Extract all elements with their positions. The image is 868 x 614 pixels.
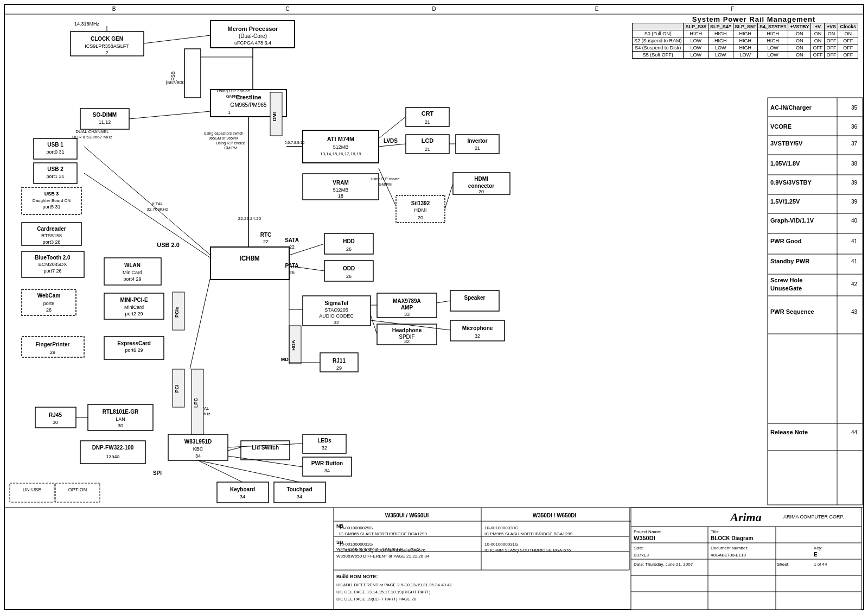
- svg-text:IC GM965 SLAST NORTHBRIDGE BGA: IC GM965 SLAST NORTHBRIDGE BGA1299: [339, 531, 427, 536]
- svg-text:10-0010000029G: 10-0010000029G: [339, 526, 373, 530]
- svg-text:14.318MHz: 14.318MHz: [74, 21, 100, 27]
- svg-text:965GM or 965PM: 965GM or 965PM: [208, 136, 238, 140]
- svg-line-203: [371, 315, 377, 334]
- svg-text:Microphone: Microphone: [462, 325, 493, 331]
- svg-text:1.05V/1.8V: 1.05V/1.8V: [770, 160, 800, 167]
- svg-text:E: E: [595, 6, 599, 12]
- svg-text:Using R.P choice: Using R.P choice: [371, 177, 400, 181]
- svg-text:DNP-FW322-100: DNP-FW322-100: [92, 445, 134, 451]
- diagram-svg: B C D E F USB 1 port0 31 USB 2 port1 31 …: [0, 0, 868, 614]
- svg-text:Release Note: Release Note: [770, 429, 808, 435]
- svg-text:VRAM: VRAM: [333, 180, 348, 186]
- svg-text:SPI: SPI: [153, 470, 162, 476]
- svg-rect-167: [55, 483, 100, 502]
- svg-text:W350DI / W650DI: W350DI / W650DI: [533, 512, 577, 518]
- svg-text:40: 40: [851, 218, 858, 224]
- svg-text:Title: Title: [711, 529, 719, 534]
- svg-text:BlueTooth 2.0: BlueTooth 2.0: [35, 255, 71, 261]
- svg-text:VCORE: VCORE: [770, 123, 792, 130]
- svg-text:port6  29: port6 29: [125, 347, 143, 353]
- svg-text:512MB: 512MB: [333, 144, 349, 150]
- svg-text:20: 20: [418, 215, 423, 220]
- svg-text:CRT: CRT: [422, 110, 434, 117]
- svg-text:32: 32: [334, 320, 339, 325]
- svg-text:B: B: [112, 6, 116, 12]
- svg-text:MiniCard: MiniCard: [123, 270, 142, 275]
- svg-text:UN-USE: UN-USE: [23, 487, 42, 492]
- svg-text:Using R.P choice: Using R.P choice: [216, 141, 245, 145]
- svg-line-190: [379, 144, 406, 147]
- power-rail-row-s4: S4 (Suspend to Disk)LOWLOWHIGHLOWONOFFOF…: [632, 45, 858, 52]
- svg-text:35: 35: [851, 105, 858, 111]
- svg-text:22,23,24,25: 22,23,24,25: [238, 216, 261, 221]
- svg-text:FingerPrinter: FingerPrinter: [36, 341, 70, 347]
- svg-text:10-0010000030G: 10-0010000030G: [484, 526, 518, 530]
- svg-text:RJ45: RJ45: [49, 412, 62, 418]
- power-rail-row-s2: S2 (Suspend to RAM)LOWHIGHHIGHHIGHONONOF…: [632, 37, 858, 45]
- svg-text:32: 32: [322, 445, 327, 451]
- svg-text:36: 36: [851, 124, 858, 130]
- svg-rect-159: [217, 482, 269, 503]
- svg-line-209: [190, 277, 210, 369]
- svg-text:20: 20: [478, 189, 484, 194]
- svg-text:With HDMI or Without HDMI at P: With HDMI or Without HDMI at PAGE 20.21: [336, 547, 421, 552]
- svg-text:30: 30: [53, 420, 58, 425]
- svg-text:UI1 DEL PAGE 13.14.15.17.18.19: UI1 DEL PAGE 13.14.15.17.18.19(RIGHT PAR…: [336, 590, 431, 594]
- svg-text:port5  31: port5 31: [42, 204, 60, 210]
- svg-text:Speaker: Speaker: [464, 295, 486, 301]
- svg-text:26: 26: [46, 307, 52, 313]
- svg-text:37: 37: [851, 141, 858, 147]
- svg-line-210: [198, 460, 242, 482]
- svg-text:Cardreader: Cardreader: [37, 226, 66, 232]
- svg-text:33: 33: [404, 312, 410, 317]
- power-rail-row-s0: S0 (Full ON)HIGHHIGHHIGHHIGHONONONON: [632, 30, 858, 37]
- svg-text:MiniCard: MiniCard: [124, 305, 144, 310]
- power-rail-header-slps5: SLP_S5#: [733, 23, 758, 30]
- svg-text:RTL8101E-GR: RTL8101E-GR: [103, 409, 139, 415]
- svg-text:Invertor: Invertor: [467, 138, 487, 144]
- svg-text:connector: connector: [468, 183, 494, 189]
- svg-line-214: [228, 447, 241, 451]
- svg-text:SATA: SATA: [285, 237, 299, 243]
- power-rail-table: SLP_S3# SLP_S4# SLP_S5# S4_STATE# +VSTBY…: [632, 23, 858, 59]
- svg-text:40GAB1700-E110: 40GAB1700-E110: [711, 553, 746, 558]
- power-rail-header-slps3: SLP_S3#: [684, 23, 709, 30]
- svg-text:WLAN: WLAN: [124, 262, 141, 268]
- svg-text:LEDs: LEDs: [317, 438, 331, 444]
- svg-text:43: 43: [851, 309, 858, 315]
- svg-text:USB 3: USB 3: [44, 191, 59, 197]
- svg-text:PATA: PATA: [285, 263, 299, 269]
- svg-text:Key:: Key:: [814, 546, 822, 550]
- svg-text:ARIMA COMPUTER CORP.: ARIMA COMPUTER CORP.: [783, 514, 844, 520]
- power-rail-header-clocks: Clocks: [838, 23, 858, 30]
- svg-text:PCIe: PCIe: [174, 307, 180, 318]
- svg-text:Graph-VID/1.1V: Graph-VID/1.1V: [770, 217, 814, 224]
- svg-text:OPTION: OPTION: [68, 487, 87, 492]
- svg-text:FSB: FSB: [170, 71, 176, 81]
- svg-text:29: 29: [336, 365, 342, 371]
- svg-text:port3  28: port3 28: [42, 239, 60, 245]
- svg-text:SO-DIMM: SO-DIMM: [93, 112, 117, 118]
- svg-text:LVDS: LVDS: [384, 138, 398, 144]
- svg-text:BCM2045DX: BCM2045DX: [39, 262, 67, 267]
- svg-text:uFCPGA 478    3,4: uFCPGA 478 3,4: [234, 40, 271, 46]
- svg-text:ATI M74M: ATI M74M: [327, 136, 355, 142]
- svg-text:RTC: RTC: [260, 232, 272, 238]
- svg-text:IC PM965 SLASU NORTHBRIDGE BGA: IC PM965 SLASU NORTHBRIDGE BGA1299: [484, 531, 573, 536]
- svg-text:34: 34: [297, 494, 302, 499]
- svg-text:C: C: [285, 6, 289, 12]
- svg-rect-264: [768, 98, 863, 505]
- svg-text:MAX9789A: MAX9789A: [393, 298, 421, 304]
- power-rail-header-slps4: SLP_S4#: [708, 23, 733, 30]
- svg-text:(Dual-Core): (Dual-Core): [239, 33, 267, 39]
- svg-text:Touchpad: Touchpad: [286, 486, 312, 492]
- svg-text:1  of  44: 1 of 44: [814, 562, 827, 567]
- svg-text:Daughter Board CN: Daughter Board CN: [33, 198, 71, 203]
- svg-line-200: [84, 173, 210, 258]
- svg-text:Headphone: Headphone: [392, 327, 422, 333]
- svg-text:1: 1: [228, 110, 231, 115]
- power-rail-header-vstby: +VSTBY: [788, 23, 811, 30]
- svg-text:RTS5158: RTS5158: [41, 233, 62, 238]
- svg-text:Build BOM NOTE:: Build BOM NOTE:: [336, 574, 378, 579]
- svg-text:port2  29: port2 29: [125, 311, 143, 317]
